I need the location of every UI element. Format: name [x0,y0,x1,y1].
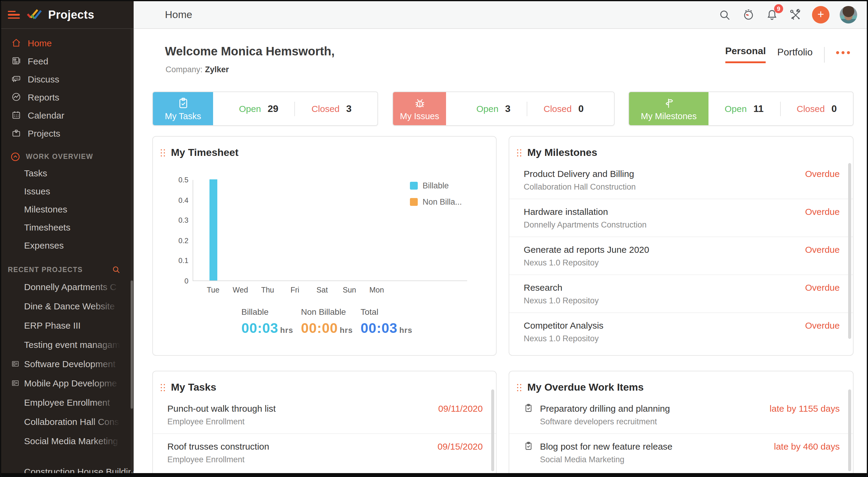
card-scrollbar-thumb[interactable] [848,163,851,339]
due-date: 09/11/2020 [438,403,483,414]
drag-handle-icon[interactable] [517,384,522,391]
sidebar-item-discuss[interactable]: Discuss [1,70,134,88]
open-count: 29 [268,103,278,114]
company-label: Company: [165,65,203,74]
overdue-row[interactable]: Blog post for new feature releaseSocial … [509,433,853,471]
add-button[interactable]: + [812,6,830,24]
overdue-row[interactable]: Preparatory drilling and planningSoftwar… [509,396,853,433]
closed-label[interactable]: Closed [544,103,571,114]
window-bottom-edge [1,473,867,476]
task-row[interactable]: Punch-out walk through listEmployee Enro… [153,396,496,433]
tools-icon[interactable] [788,8,802,21]
tab-personal[interactable]: Personal [725,46,766,63]
open-label[interactable]: Open [725,103,747,114]
sidebar-item-label: Home [28,38,52,48]
milestone-row[interactable]: Product Delivery and BillingCollaboratio… [509,161,853,199]
my-milestones-stat-card: My Milestones Open 11 Closed 0 [628,92,854,126]
non-billable-total: Non Billable 00:00hrs [301,307,353,337]
my-milestones-tile[interactable]: My Milestones [629,92,709,125]
reports-icon [11,92,22,102]
clipboard-check-icon [177,97,189,109]
timer-icon[interactable] [742,8,755,21]
sidebar-item-calendar[interactable]: Calendar [1,106,134,124]
drag-handle-icon[interactable] [161,149,165,157]
late-badge: late by 460 days [774,441,840,452]
logo-row: Projects [1,1,134,29]
card-title: My Overdue Work Items [527,382,644,394]
closed-label[interactable]: Closed [311,103,340,114]
sidebar-item-issues[interactable]: Issues [1,182,134,200]
sidebar-item-timesheets[interactable]: Timesheets [1,218,134,236]
legend-entry: Billable [410,181,462,190]
open-label[interactable]: Open [239,103,261,114]
sidebar-item-expenses[interactable]: Expenses [1,236,134,254]
card-scrollbar-thumb[interactable] [491,389,494,471]
notifications-bell-icon[interactable]: 9 [765,8,778,21]
tab-portfolio[interactable]: Portfolio [777,46,813,62]
billable-total: Billable 00:03hrs [241,307,293,337]
milestone-row[interactable]: Competitor AnalysisNexus 1.0 Repositoy O… [509,312,853,350]
project-item[interactable]: ERP Phase III [1,315,134,335]
project-item[interactable]: Mobile App Developme [1,373,134,392]
sidebar-item-tasks[interactable]: Tasks [1,164,134,182]
status-badge: Overdue [805,206,840,217]
company-line: Company:Zylker [165,65,229,74]
work-overview-list: Tasks Issues Milestones Timesheets Expen… [1,164,134,254]
my-tasks-tile[interactable]: My Tasks [153,92,213,125]
signpost-icon [662,97,675,109]
sidebar-item-feed[interactable]: Feed [1,52,134,70]
sidebar-item-label: Feed [28,56,48,66]
project-item[interactable]: Employee Enrollment [1,392,134,412]
grand-total: Total 00:03hrs [361,307,412,337]
clipboard-check-icon [524,403,533,413]
sidebar-item-home[interactable]: Home [1,34,134,52]
open-label[interactable]: Open [476,103,498,114]
hamburger-menu-icon[interactable] [8,10,20,19]
sidebar-item-reports[interactable]: Reports [1,88,134,106]
my-timesheet-card: My Timesheet 0.50.40.30.20.10TueWedThuFr… [152,136,497,356]
project-item[interactable]: Dine & Dance Website [1,296,134,315]
closed-count: 3 [346,103,351,114]
card-title: My Timesheet [171,147,238,159]
my-issues-tile[interactable]: My Issues [393,92,446,125]
sidebar-item-label: Calendar [28,110,64,120]
tasks-list: Punch-out walk through listEmployee Enro… [153,396,496,471]
sidebar-item-projects[interactable]: Projects [1,124,134,142]
drag-handle-icon[interactable] [517,149,522,157]
sidebar-item-milestones[interactable]: Milestones [1,200,134,218]
due-date: 09/15/2020 [438,441,483,452]
chevron-up-circle-icon[interactable] [10,151,21,162]
main-content: Welcome Monica Hemsworth, Company:Zylker… [134,29,867,476]
billable-swatch [410,182,418,190]
bug-icon [413,97,426,109]
project-item[interactable]: Donnelly Apartments C [1,277,134,296]
sidebar-scrollbar-thumb[interactable] [131,281,133,409]
welcome-heading: Welcome Monica Hemsworth, [165,44,335,58]
drag-handle-icon[interactable] [161,384,165,391]
card-scrollbar-thumb[interactable] [848,389,851,471]
work-overview-header[interactable]: WORK OVERVIEW [1,149,134,164]
status-badge: Overdue [805,282,840,293]
briefcase-icon [11,128,22,138]
project-item[interactable]: Collaboration Hall Cons [1,412,134,431]
more-options-icon[interactable] [836,51,850,58]
milestone-row[interactable]: Hardware installationDonnelly Apartments… [509,199,853,236]
task-row[interactable]: Roof trusses constructionEmployee Enroll… [153,433,496,471]
status-badge: Overdue [805,320,840,331]
calendar-icon [11,109,22,120]
project-item[interactable]: Testing event managam [1,335,134,354]
user-avatar[interactable] [840,6,857,24]
milestone-row[interactable]: Generate ad reports June 2020Nexus 1.0 R… [509,236,853,275]
project-item[interactable]: Social Media Marketing [1,431,134,450]
project-search-icon[interactable] [112,265,120,274]
milestone-row[interactable]: ResearchNexus 1.0 Repositoy Overdue [509,275,853,312]
closed-label[interactable]: Closed [797,103,825,114]
sidebar-item-label: Projects [28,128,60,138]
search-icon[interactable] [718,8,731,21]
project-item[interactable]: Software Development [1,354,134,373]
legend-entry: Non Billa... [410,197,462,206]
topbar: Home 9 + [134,1,867,29]
company-name: Zylker [205,65,229,74]
my-tasks-stat-card: My Tasks Open 29 Closed 3 [152,92,378,126]
closed-count: 0 [578,103,584,114]
